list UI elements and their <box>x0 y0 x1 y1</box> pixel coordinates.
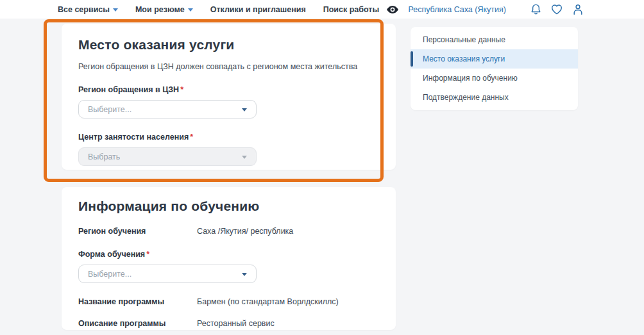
region-czn-label: Регион обращения в ЦЗН* <box>78 85 379 94</box>
employment-center-select: Выбрать <box>78 147 257 166</box>
program-name-value: Бармен (по стандартам Ворлдскиллс) <box>197 297 379 306</box>
nav-my-resumes[interactable]: Мои резюме <box>135 5 193 14</box>
training-form-select-placeholder: Выберите... <box>88 270 131 279</box>
training-form-label: Форма обучения* <box>78 250 379 259</box>
bell-icon[interactable] <box>530 4 541 15</box>
service-location-title: Место оказания услуги <box>78 37 379 53</box>
nav-all-services[interactable]: Все сервисы <box>58 5 118 14</box>
service-location-card: Место оказания услуги Регион обращения в… <box>62 24 396 170</box>
main-nav: Все сервисы Мои резюме Отклики и приглаш… <box>58 5 379 14</box>
nav-responses-invitations[interactable]: Отклики и приглашения <box>210 5 306 14</box>
service-location-note: Регион обращения в ЦЗН должен совпадать … <box>78 62 379 71</box>
select-caret-icon <box>242 273 247 276</box>
program-name-label: Название программы <box>78 297 197 306</box>
training-region-label: Регион обучения <box>78 227 197 236</box>
program-name-row: Название программы Бармен (по стандартам… <box>78 297 379 306</box>
required-mark: * <box>190 133 193 142</box>
sidebar-item-training-info[interactable]: Информация по обучению <box>411 69 578 88</box>
program-desc-label: Описание программы <box>78 319 197 328</box>
employment-center-label: Центр занятости населения* <box>78 133 379 142</box>
program-desc-value: Ресторанный сервис <box>197 319 379 328</box>
nav-job-search[interactable]: Поиск работы <box>323 5 379 14</box>
training-info-card: Информация по обучению Регион обучения С… <box>62 187 396 330</box>
steps-sidebar: Персональные данные Место оказания услуг… <box>411 27 578 110</box>
region-czn-select[interactable]: Выберите... <box>78 100 257 118</box>
top-header: Все сервисы Мои резюме Отклики и приглаш… <box>0 0 644 19</box>
active-indicator-bar <box>411 51 413 67</box>
nav-responses-invitations-label: Отклики и приглашения <box>210 5 306 14</box>
select-caret-icon <box>242 156 247 159</box>
page: Все сервисы Мои резюме Отклики и приглаш… <box>0 0 644 335</box>
nav-all-services-label: Все сервисы <box>58 5 110 14</box>
sidebar-item-label: Место оказания услуги <box>423 54 505 63</box>
chevron-down-icon <box>188 8 193 12</box>
header-right-group: Республика Саха (Якутия) <box>387 0 584 19</box>
sidebar-item-label: Персональные данные <box>423 35 505 44</box>
training-region-row: Регион обучения Саха /Якутия/ республика <box>78 227 379 236</box>
chevron-down-icon <box>113 8 118 12</box>
employment-center-select-placeholder: Выбрать <box>88 152 120 161</box>
training-region-value: Саха /Якутия/ республика <box>197 227 379 236</box>
heart-icon[interactable] <box>551 4 563 15</box>
sidebar-item-service-location[interactable]: Место оказания услуги <box>411 49 578 69</box>
accessibility-eye-icon[interactable] <box>387 4 398 15</box>
select-caret-icon <box>242 108 247 111</box>
training-info-title: Информация по обучению <box>78 199 379 214</box>
nav-job-search-label: Поиск работы <box>323 5 379 14</box>
sidebar-item-label: Подтверждение данных <box>423 93 509 102</box>
training-form-select[interactable]: Выберите... <box>78 265 257 283</box>
nav-my-resumes-label: Мои резюме <box>135 5 185 14</box>
sidebar-item-personal-data[interactable]: Персональные данные <box>411 30 578 49</box>
user-icon[interactable] <box>572 4 584 15</box>
region-selector[interactable]: Республика Саха (Якутия) <box>408 5 506 14</box>
required-mark: * <box>180 85 183 94</box>
required-mark: * <box>146 250 149 259</box>
program-desc-row: Описание программы Ресторанный сервис <box>78 319 379 328</box>
region-czn-select-placeholder: Выберите... <box>88 105 131 114</box>
sidebar-item-label: Информация по обучению <box>423 74 518 83</box>
sidebar-item-data-confirmation[interactable]: Подтверждение данных <box>411 88 578 107</box>
